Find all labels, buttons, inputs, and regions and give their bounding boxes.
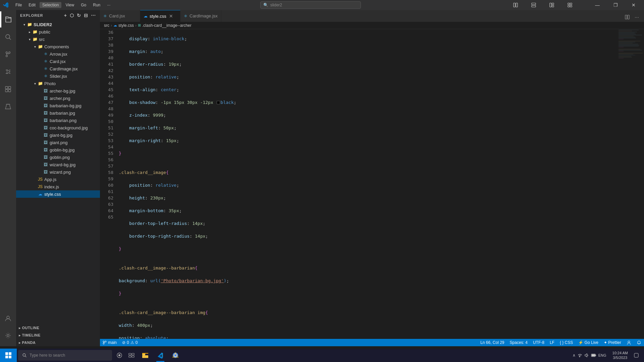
tree-wizard-bg[interactable]: 🖼wizard-bg.jpg [16, 161, 100, 168]
layout-btn-1[interactable] [508, 0, 523, 10]
layout-btn-3[interactable] [544, 0, 559, 10]
activity-settings[interactable] [0, 327, 16, 344]
menu-go[interactable]: Go [78, 2, 89, 8]
sidebar-header: EXPLORER + ⬡ ↻ ⊟ ⋯ [16, 10, 100, 21]
error-icon: ⊘ [122, 340, 125, 345]
status-language[interactable]: { } CSS [557, 339, 576, 346]
svg-rect-36 [619, 44, 638, 44]
tree-app-js[interactable]: JSApp.js [16, 176, 100, 183]
status-prettier[interactable]: ✦ Prettier [601, 339, 624, 346]
code-editor[interactable]: display: inline-block; margin: auto; bor… [116, 29, 617, 339]
taskbar-search-box[interactable]: Type here to search [18, 350, 112, 361]
folder-icon: 📁 [27, 22, 32, 27]
status-errors[interactable]: ⊘ 0 ⚠ 0 [119, 339, 140, 346]
tree-archer-bg[interactable]: 🖼archer-bg.jpg [16, 87, 100, 95]
status-encoding[interactable]: UTF-8 [530, 339, 547, 346]
outline-section[interactable]: ▸ OUTLINE [16, 324, 100, 331]
new-file-icon[interactable]: + [64, 13, 67, 18]
activity-extensions[interactable] [0, 81, 16, 97]
tree-index-js[interactable]: JSindex.js [16, 183, 100, 190]
main-layout: EXPLORER + ⬡ ↻ ⊟ ⋯ ▾ 📁 SLIDER2 ▸ 📁 [0, 10, 644, 346]
activity-account[interactable] [0, 310, 16, 326]
tab-style-css[interactable]: ☁ style.css ✕ [140, 10, 180, 22]
components-label: Components [44, 44, 100, 49]
menu-more[interactable]: ··· [104, 2, 113, 8]
menu-file[interactable]: File [13, 2, 24, 8]
notification-button[interactable] [631, 349, 641, 362]
menu-edit[interactable]: Edit [26, 2, 38, 8]
tree-arrow-jsx[interactable]: ⚛ Arrow.jsx [16, 50, 100, 58]
language-indicator[interactable]: ENG [598, 353, 606, 357]
taskbar-app-explorer[interactable] [138, 349, 153, 362]
task-view-button[interactable] [126, 350, 137, 361]
status-golive[interactable]: ⚡ Go Live [576, 339, 601, 346]
status-eol[interactable]: LF [547, 339, 557, 346]
minimize-button[interactable]: — [590, 0, 605, 10]
start-button[interactable] [0, 349, 17, 362]
tree-cardimage-jsx[interactable]: ⚛ CardImage.jsx [16, 65, 100, 72]
sidebar-header-actions: + ⬡ ↻ ⊟ ⋯ [64, 13, 96, 18]
tree-goblin-png[interactable]: 🖼goblin.png [16, 154, 100, 161]
tree-giant-bg[interactable]: 🖼giant-bg.jpg [16, 131, 100, 139]
more-icon[interactable]: ⋯ [91, 13, 96, 18]
activity-testing[interactable] [0, 99, 16, 115]
tree-public[interactable]: ▸ 📁 public [16, 28, 100, 36]
tree-photo[interactable]: ▾ 📁 Photo [16, 80, 100, 87]
activity-explorer[interactable] [0, 11, 16, 27]
taskbar-app-chrome[interactable] [168, 349, 183, 362]
tree-slider-jsx[interactable]: ⚛ Slider.jsx [16, 72, 100, 80]
breadcrumb-file[interactable]: style.css [118, 23, 134, 28]
activity-run-debug[interactable] [0, 64, 16, 80]
refresh-icon[interactable]: ↻ [77, 13, 81, 18]
activity-source-control[interactable] [0, 46, 16, 62]
systray-chevron[interactable]: ∧ [573, 353, 576, 358]
tree-coc-bg[interactable]: 🖼coc-background.jpg [16, 124, 100, 131]
svg-rect-8 [570, 3, 572, 5]
status-account[interactable] [624, 339, 634, 346]
new-folder-icon[interactable]: ⬡ [70, 13, 74, 18]
status-ln-col[interactable]: Ln 66, Col 29 [478, 339, 507, 346]
cortana-button[interactable] [114, 350, 125, 361]
menu-view[interactable]: View [63, 2, 77, 8]
breadcrumb-symbol[interactable]: .clash-card__image--archer [142, 23, 192, 28]
activity-search[interactable] [0, 29, 16, 45]
status-git[interactable]: main [100, 339, 119, 346]
layout-btn-2[interactable] [526, 0, 541, 10]
breadcrumb-src[interactable]: src [104, 23, 109, 28]
collapse-icon[interactable]: ⊟ [84, 13, 88, 18]
tree-src[interactable]: ▾ 📁 src [16, 36, 100, 43]
close-button[interactable]: ✕ [626, 0, 641, 10]
tree-wizard-png[interactable]: 🖼wizard.png [16, 168, 100, 176]
tab-card-jsx[interactable]: ⚛ Card.jsx [100, 10, 140, 22]
menu-run[interactable]: Run [90, 2, 103, 8]
tab-close-style[interactable]: ✕ [168, 13, 174, 19]
tree-project-root[interactable]: ▾ 📁 SLIDER2 [16, 21, 100, 28]
tree-barbarian-png[interactable]: 🖼barbarian.png [16, 117, 100, 124]
status-spaces[interactable]: Spaces: 4 [507, 339, 530, 346]
tree-style-css[interactable]: ☁style.css [16, 190, 100, 198]
status-notifications[interactable] [634, 339, 644, 346]
svg-point-51 [103, 343, 104, 344]
prettier-text: ✦ Prettier [604, 340, 621, 345]
maximize-button[interactable]: ❐ [608, 0, 623, 10]
tab-label-style: style.css [150, 14, 166, 19]
tree-goblin-bg[interactable]: 🖼goblin-bg.jpg [16, 146, 100, 154]
taskbar-app-vscode[interactable] [153, 349, 168, 362]
timeline-section[interactable]: ▸ TIMELINE [16, 331, 100, 339]
panda-section[interactable]: ▸ PANDA [16, 339, 100, 346]
taskbar-clock[interactable]: 10:24 AM 3/5/2023 [610, 349, 630, 362]
tree-barbarian-bg[interactable]: 🖼barbarian-bg.jpg [16, 102, 100, 109]
react-file-icon: ⚛ [43, 51, 48, 57]
search-bar[interactable]: 🔍 slider2 [260, 1, 361, 9]
more-tabs-btn[interactable]: ⋯ [632, 12, 641, 22]
svg-rect-26 [619, 33, 635, 33]
menu-selection[interactable]: Selection [40, 2, 61, 8]
tree-components[interactable]: ▾ 📁 Components [16, 43, 100, 50]
tab-cardimage-jsx[interactable]: ⚛ CardImage.jsx [180, 10, 221, 22]
tree-card-jsx[interactable]: ⚛ Card.jsx [16, 58, 100, 65]
tree-giant-png[interactable]: 🖼giant.png [16, 139, 100, 146]
tree-archer-png[interactable]: 🖼archer.png [16, 95, 100, 102]
tree-barbarian-jpg[interactable]: 🖼barbarian.jpg [16, 109, 100, 117]
split-editor-btn[interactable] [623, 12, 632, 22]
layout-btn-4[interactable] [562, 0, 578, 10]
